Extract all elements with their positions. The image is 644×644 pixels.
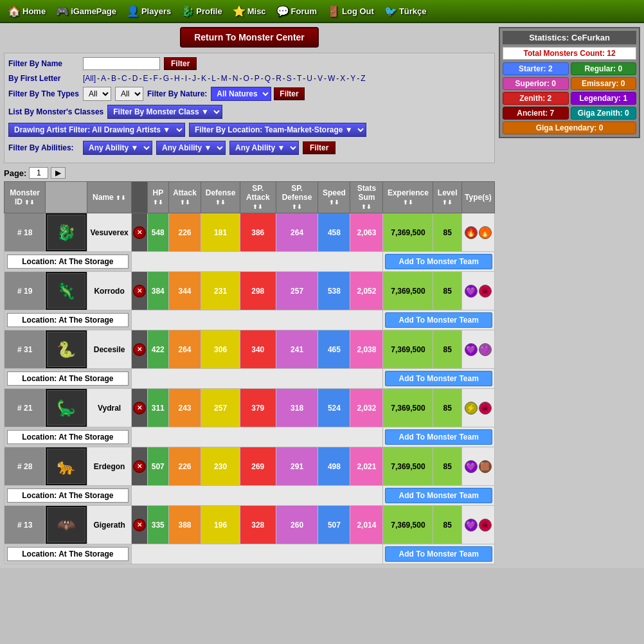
letter-f[interactable]: F [153,74,157,83]
letter-h[interactable]: H [174,74,180,83]
col-header-hp[interactable]: HP ⬆⬇ [147,182,168,213]
col-header-exp[interactable]: Experience ⬆⬇ [383,182,433,213]
monster-stats-sum: 2,038 [350,330,383,369]
letter-all[interactable]: [All] [83,74,96,83]
letter-n[interactable]: N [233,74,238,83]
nav-misc[interactable]: ⭐ Misc [228,3,271,20]
filter-name-input[interactable] [83,57,160,70]
col-header-attack[interactable]: Attack ⬆⬇ [168,182,201,213]
stat-regular[interactable]: Regular: 0 [571,62,637,75]
add-to-monster-team-button[interactable]: Add To Monster Team [385,488,492,503]
stat-giga-legendary[interactable]: Giga Legendary: 0 [503,121,636,134]
sort-attack[interactable]: ⬆⬇ [180,199,190,206]
nav-profile[interactable]: 🐉 Profile [176,3,227,20]
letter-e[interactable]: E [143,74,148,83]
col-header-spdef[interactable]: SP. Defense ⬆⬇ [276,182,318,213]
stat-starter[interactable]: Starter: 2 [503,62,569,75]
stat-ancient[interactable]: Ancient: 7 [503,107,569,120]
letter-y[interactable]: Y [350,74,355,83]
col-header-level[interactable]: Level ⬆⬇ [433,182,462,213]
col-header-defense[interactable]: Defense ⬆⬇ [201,182,240,213]
letter-d[interactable]: D [132,74,138,83]
nav-home[interactable]: 🏠 Home [3,3,51,20]
add-to-monster-team-button[interactable]: Add To Monster Team [385,429,492,445]
add-to-monster-team-button[interactable]: Add To Monster Team [385,371,492,386]
sort-hp[interactable]: ⬆⬇ [153,199,163,206]
class-select[interactable]: Filter By Monster Class ▼ [107,105,222,119]
ability1-select[interactable]: Any Ability ▼ [83,141,152,155]
nature-filter-button[interactable]: Filter [274,87,304,100]
letter-t[interactable]: T [297,74,301,83]
sort-stats[interactable]: ⬆⬇ [361,204,371,210]
type-icon-1: 💜 [465,519,478,532]
add-to-monster-team-button[interactable]: Add To Monster Team [385,254,492,269]
type2-select[interactable]: All [115,87,143,101]
monster-name[interactable]: Vesuverex [87,213,131,252]
nav-turkce[interactable]: 🐦 Türkçe [379,3,432,20]
nav-players[interactable]: 👤 Players [121,3,176,20]
stat-emissary[interactable]: Emissary: 0 [571,77,637,90]
nav-logout[interactable]: 🚪 Log Out [322,3,379,20]
col-header-speed[interactable]: Speed ⬆⬇ [318,182,350,213]
stat-superior[interactable]: Superior: 0 [503,77,569,90]
letter-o[interactable]: O [243,74,249,83]
letter-j[interactable]: J [192,74,196,83]
letter-k[interactable]: K [201,74,206,83]
letter-r[interactable]: R [276,74,282,83]
location-text: Location: At The Storage [7,313,129,327]
stats-grid: Starter: 2 Regular: 0 Superior: 0 Emissa… [503,62,636,134]
sort-speed[interactable]: ⬆⬇ [329,199,339,206]
sort-name[interactable]: ⬆⬇ [116,195,126,201]
letter-s[interactable]: S [287,74,292,83]
col-header-id[interactable]: Monster ID ⬆⬇ [4,182,46,213]
letter-p[interactable]: P [255,74,260,83]
letter-g[interactable]: G [163,74,169,83]
letter-u[interactable]: U [307,74,312,83]
page-next-button[interactable]: ▶ [51,167,66,179]
page-input[interactable] [29,167,48,179]
letter-l[interactable]: L [211,74,216,83]
monster-name[interactable]: Erdegon [87,447,131,486]
sort-defense[interactable]: ⬆⬇ [215,199,226,206]
monster-name[interactable]: Gigerath [87,506,131,544]
stat-legendary[interactable]: Legendary: 1 [571,92,637,105]
letter-w[interactable]: W [328,74,335,83]
nav-igamepage[interactable]: 🎮 iGamePage [51,3,121,20]
stat-zenith[interactable]: Zenith: 2 [503,92,569,105]
nature-container: All Natures Filter [211,87,304,101]
col-header-stats[interactable]: Stats Sum ⬆⬇ [350,182,383,213]
col-header-spatk[interactable]: SP. Attack ⬆⬇ [240,182,276,213]
type1-select[interactable]: All [83,87,111,101]
add-to-monster-team-button[interactable]: Add To Monster Team [385,312,492,328]
filter-name-button[interactable]: Filter [164,57,197,70]
letter-v[interactable]: V [318,74,323,83]
sort-level[interactable]: ⬆⬇ [442,199,452,206]
stat-giga-zenith[interactable]: Giga Zenith: 0 [571,107,637,120]
sort-exp[interactable]: ⬆⬇ [403,199,413,206]
ability-filter-button[interactable]: Filter [303,141,335,154]
sort-spatk[interactable]: ⬆⬇ [253,204,263,210]
return-to-monster-center-button[interactable]: Return To Monster Center [180,27,319,48]
letter-z[interactable]: Z [361,74,365,83]
add-to-monster-team-button[interactable]: Add To Monster Team [385,546,492,562]
letter-b[interactable]: B [111,74,116,83]
nav-forum[interactable]: 💬 Forum [271,3,322,20]
col-header-name[interactable]: Name ⬆⬇ [87,182,131,213]
letter-m[interactable]: M [221,74,228,83]
letter-c[interactable]: C [121,74,127,83]
sort-spdef[interactable]: ⬆⬇ [292,204,302,210]
letter-i[interactable]: I [185,74,187,83]
monster-name[interactable]: Korrodo [87,272,131,310]
nature-select[interactable]: All Natures [211,87,271,101]
ability2-select[interactable]: Any Ability ▼ [156,141,226,155]
artist-select[interactable]: Drawing Artist Filter: All Drawing Artis… [8,123,185,137]
monster-id: # 13 [4,506,46,544]
monster-name[interactable]: Vydral [87,389,131,427]
ability3-select[interactable]: Any Ability ▼ [229,141,299,155]
letter-x[interactable]: X [340,74,345,83]
monster-name[interactable]: Decesile [87,330,131,369]
letter-a[interactable]: A [101,74,106,83]
letter-q[interactable]: Q [265,74,271,83]
location-select[interactable]: Filter By Location: Team-Market-Storage … [189,123,366,137]
sort-id[interactable]: ⬆⬇ [24,199,35,206]
